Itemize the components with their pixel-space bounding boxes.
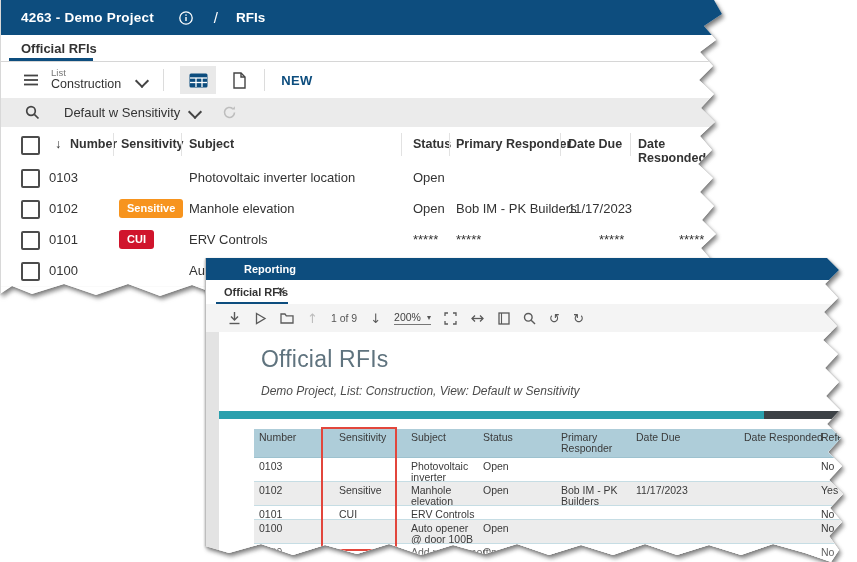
active-tab-underline — [9, 58, 93, 61]
row-checkbox[interactable] — [21, 231, 40, 250]
cell-number: 0100 — [49, 263, 78, 278]
report-document-button[interactable] — [224, 66, 254, 94]
cell-number: 0101 — [49, 232, 78, 247]
new-button[interactable]: NEW — [281, 73, 313, 88]
row-checkbox[interactable] — [21, 169, 40, 188]
table-row[interactable]: 0101 CUI ERV Controls ***** ***** ***** … — [1, 224, 727, 256]
report-viewer-content: Official RFIs Demo Project, List: Constr… — [206, 332, 856, 562]
col-primary-responder[interactable]: Primary Responder — [456, 137, 571, 151]
rcol-primary-responder: Primary Responder — [561, 432, 621, 454]
rcol-date-responded: Date Responded — [744, 432, 823, 443]
reporting-window: Reporting Official RFIs ✕ ↑ 1 of 9 — [205, 258, 856, 562]
sensitivity-column-highlight — [321, 427, 397, 551]
report-viewer-toolbar: ↑ 1 of 9 ↓ 200% ▾ ↺ — [206, 304, 856, 333]
rcol-subject: Subject — [411, 432, 479, 443]
zoom-caret-icon: ▾ — [427, 313, 431, 322]
sort-desc-icon[interactable]: ↓ — [55, 137, 61, 151]
close-icon[interactable]: ✕ — [276, 284, 286, 298]
folder-icon[interactable] — [280, 312, 294, 324]
cell-responder: ***** — [456, 232, 481, 247]
filter-bar: Default w Sensitivity — [1, 98, 727, 127]
sensitivity-badge: CUI — [119, 230, 154, 249]
app-header: 4263 - Demo Project / RFIs — [1, 0, 727, 35]
toolbar-divider — [163, 69, 164, 91]
report-title: Official RFIs — [261, 346, 388, 373]
cell-date-due: 11/17/2023 — [568, 201, 632, 216]
cell-date-responded: ***** — [679, 232, 704, 247]
sensitivity-badge: Sensitive — [119, 199, 183, 218]
screenshot-stage: 4263 - Demo Project / RFIs Official RFIs… — [0, 0, 857, 562]
cell-responder: Bob IM - PK Builders — [456, 201, 577, 216]
rcol-number: Number — [259, 432, 296, 443]
page-indicator: 1 of 9 — [331, 312, 357, 324]
report-tab-bar: Official RFIs ✕ — [206, 280, 856, 305]
rotate-ccw-icon[interactable]: ↺ — [549, 312, 560, 325]
run-report-icon[interactable] — [254, 312, 267, 325]
reporting-title: Reporting — [244, 263, 296, 275]
list-toolbar: List Construction NEW — [1, 62, 727, 98]
page-down-icon[interactable]: ↓ — [370, 312, 381, 325]
reporting-titlebar: Reporting — [206, 258, 856, 280]
download-icon[interactable] — [228, 311, 241, 325]
col-date-due[interactable]: Date Due — [568, 137, 622, 151]
project-title: 4263 - Demo Project — [21, 10, 154, 25]
rcol-refer: Refer — [821, 432, 847, 443]
table-row[interactable]: 0102 Sensitive Manhole elevation Open Bo… — [1, 193, 727, 225]
chevron-down-icon[interactable] — [188, 104, 202, 118]
cell-date-due: ***** — [599, 232, 624, 247]
cell-number: 0102 — [49, 201, 78, 216]
cell-subject: ERV Controls — [189, 232, 268, 247]
cell-status: Open — [413, 170, 445, 185]
breadcrumb-separator: / — [214, 9, 218, 26]
rotate-cw-icon[interactable]: ↻ — [573, 312, 584, 325]
cell-status: Open — [413, 201, 445, 216]
rcol-status: Status — [483, 432, 513, 443]
rcol-date-due: Date Due — [636, 432, 680, 443]
select-all-checkbox[interactable] — [21, 136, 40, 155]
fit-page-icon[interactable] — [498, 312, 510, 325]
chevron-down-icon[interactable] — [135, 74, 149, 88]
report-subtitle: Demo Project, List: Construction, View: … — [261, 384, 580, 398]
cell-status: ***** — [413, 232, 438, 247]
table-row[interactable]: 0103 Photovoltaic inverter location Open — [1, 162, 727, 194]
search-icon[interactable] — [523, 312, 536, 325]
tab-official-rfis[interactable]: Official RFIs — [21, 41, 97, 56]
col-status[interactable]: Status — [413, 137, 451, 151]
col-date-responded[interactable]: Date Responded — [638, 137, 727, 165]
tab-bar: Official RFIs — [1, 35, 727, 62]
breadcrumb-section: RFIs — [236, 10, 265, 25]
zoom-select[interactable]: 200% ▾ — [394, 311, 431, 325]
table-header-row: ↓ Number Sensitivity Subject Status Prim… — [1, 127, 727, 163]
list-selector[interactable]: List Construction — [51, 68, 121, 92]
report-accent-bar-end — [764, 411, 849, 419]
search-icon[interactable] — [25, 105, 40, 120]
cell-subject: Manhole elevation — [189, 201, 295, 216]
table-view-button[interactable] — [180, 66, 216, 94]
refresh-icon[interactable] — [222, 105, 237, 120]
cell-subject: Photovoltaic inverter location — [189, 170, 355, 185]
col-sensitivity[interactable]: Sensitivity — [121, 137, 184, 151]
cell-number: 0103 — [49, 170, 78, 185]
view-selector[interactable]: Default w Sensitivity — [64, 105, 180, 120]
cell-number: 0099 — [45, 294, 74, 309]
toolbar-divider — [264, 69, 265, 91]
col-subject[interactable]: Subject — [189, 137, 234, 151]
fullscreen-icon[interactable] — [444, 312, 457, 325]
fit-width-icon[interactable] — [470, 313, 485, 324]
row-checkbox[interactable] — [21, 262, 40, 281]
page-up-icon[interactable]: ↑ — [307, 312, 318, 325]
row-checkbox[interactable] — [21, 200, 40, 219]
report-accent-bar — [219, 411, 764, 419]
col-number[interactable]: Number — [70, 137, 117, 151]
list-icon[interactable] — [23, 73, 39, 87]
info-icon[interactable] — [178, 10, 194, 26]
report-page: Official RFIs Demo Project, List: Constr… — [219, 332, 856, 562]
